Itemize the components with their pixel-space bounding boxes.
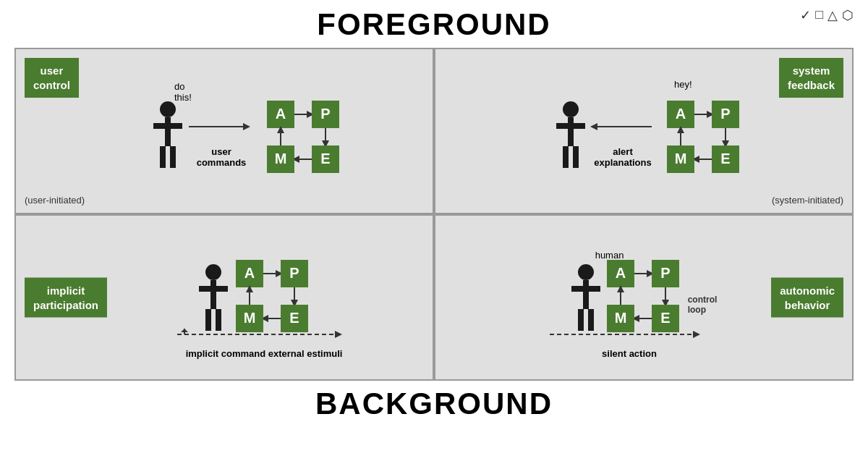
leg-right-q4 — [588, 309, 594, 331]
q3-bottom-arrow: implicit command external estimuli — [117, 329, 411, 359]
arrow-area-q1: usercommands — [189, 116, 254, 168]
main-grid: usercontrol (user-initiated) do this! — [14, 48, 854, 381]
svg-marker-19 — [590, 123, 597, 130]
apet-q1: A P E — [267, 101, 339, 176]
apet-q2: hey! A P E M — [667, 101, 739, 176]
header-title: FOREGROUND — [317, 7, 550, 42]
top-icons: ✓ □ △ ⬡ — [800, 7, 854, 23]
check-icon: ✓ — [800, 7, 811, 23]
footer-title: BACKGROUND — [315, 387, 553, 421]
speech-q2: hey! — [674, 79, 692, 90]
apet-q4: A P E M — [607, 260, 679, 335]
legs-q4 — [578, 309, 594, 331]
arms-q3 — [199, 286, 228, 292]
leg-left-q1 — [160, 146, 166, 168]
arrow-area-q2: alertexplanations — [590, 116, 655, 168]
hexagon-icon: ⬡ — [842, 7, 854, 23]
apet-svg-q3: A P E M — [236, 260, 308, 332]
human-figure-q2 — [563, 101, 579, 168]
arms-q4 — [571, 286, 600, 292]
arrow-svg-q2 — [590, 116, 655, 145]
svg-text:A: A — [615, 265, 625, 281]
svg-text:E: E — [660, 310, 670, 326]
q4-dashed-arrow — [550, 329, 709, 347]
arms-q2 — [556, 123, 585, 129]
svg-text:A: A — [244, 265, 255, 281]
svg-text:E: E — [289, 310, 299, 326]
speech-q1: do this! — [174, 81, 192, 103]
square-icon: □ — [815, 7, 823, 23]
q2-inner: alertexplanations hey! A P E — [446, 62, 842, 208]
head-q4 — [578, 264, 594, 280]
human-figure-q3 — [205, 264, 221, 331]
leg-left-q4 — [578, 309, 584, 331]
svg-text:P: P — [289, 265, 299, 281]
leg-right-q2 — [573, 146, 579, 168]
svg-text:A: A — [276, 106, 286, 122]
body-q2 — [568, 117, 574, 146]
user-commands-label: usercommands — [197, 146, 247, 168]
svg-marker-55 — [181, 329, 188, 332]
alert-explanations-label: alertexplanations — [594, 146, 651, 168]
body-q1 — [165, 117, 171, 146]
svg-text:P: P — [720, 106, 730, 122]
legs-q2 — [563, 146, 579, 168]
q3-dashed-arrow — [177, 329, 351, 347]
svg-text:M: M — [244, 310, 256, 326]
arms-q1 — [153, 123, 182, 129]
q4-bottom-arrow: silent action — [493, 329, 765, 359]
leg-left-q2 — [563, 146, 569, 168]
human-label-q4: human — [595, 250, 624, 261]
human-figure-q1: do this! — [160, 101, 176, 168]
q3-apet-area: A P E M — [236, 260, 308, 336]
leg-right-q3 — [216, 309, 221, 331]
control-loop-label: controlloop — [688, 295, 718, 315]
apet-svg-q4: A P E M — [607, 260, 679, 332]
head-q2 — [563, 101, 579, 117]
triangle-icon: △ — [827, 7, 838, 23]
human-figure-q4: human — [578, 264, 594, 331]
svg-text:M: M — [675, 151, 687, 166]
svg-text:E: E — [720, 151, 730, 166]
q1-inner: do this! usercommands — [26, 62, 422, 208]
svg-text:M: M — [614, 310, 626, 326]
body-q3 — [210, 280, 216, 309]
quadrant-system-feedback: systemfeedback (system-initiated) — [435, 49, 852, 213]
silent-action-label: silent action — [602, 348, 657, 359]
head-q1 — [160, 101, 176, 117]
leg-right-q1 — [170, 146, 176, 168]
svg-text:P: P — [660, 265, 670, 281]
body-q4 — [583, 280, 589, 309]
head-q3 — [205, 264, 221, 280]
leg-left-q3 — [205, 309, 211, 331]
svg-marker-53 — [335, 331, 342, 338]
quadrant-autonomic: autonomicbehavior human A — [435, 216, 852, 379]
arrow-svg-q1 — [189, 116, 254, 145]
svg-marker-1 — [243, 123, 250, 130]
quadrant-implicit: implicitparticipation A — [16, 216, 433, 379]
svg-marker-73 — [693, 331, 700, 338]
implicit-command-label: implicit command external estimuli — [186, 348, 343, 359]
apet-svg-q2: A P E M — [667, 101, 739, 173]
apet-svg-q1: A P E — [267, 101, 339, 173]
svg-text:M: M — [275, 151, 287, 166]
svg-text:A: A — [676, 106, 686, 122]
quadrant-user-control: usercontrol (user-initiated) do this! — [16, 49, 433, 213]
svg-text:E: E — [320, 151, 330, 166]
legs-q3 — [205, 309, 221, 331]
legs-q1 — [160, 146, 176, 168]
svg-text:P: P — [320, 106, 330, 122]
